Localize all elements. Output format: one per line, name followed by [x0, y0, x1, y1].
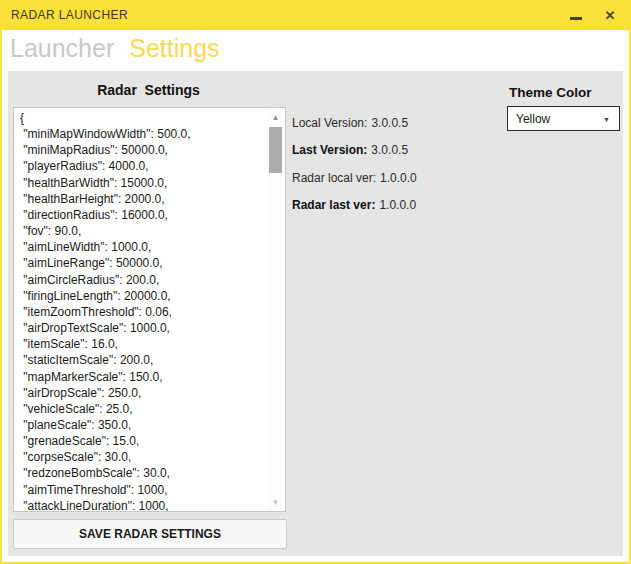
local-version-label: Local Version:	[292, 116, 371, 130]
titlebar[interactable]: RADAR LAUNCHER ✕	[0, 0, 631, 30]
close-button[interactable]: ✕	[593, 0, 627, 30]
radar-settings-heading: Radar Settings	[12, 82, 285, 98]
radar-last-version-label: Radar last ver:	[292, 198, 379, 212]
version-info: Local Version: 3.0.0.5 Last Version: 3.0…	[292, 109, 417, 219]
last-version-value: 3.0.0.5	[371, 143, 408, 157]
theme-color-selected-value: Yellow	[516, 112, 550, 126]
theme-color-label: Theme Color	[509, 85, 592, 100]
radar-last-version-row: Radar last ver: 1.0.0.0	[292, 192, 417, 220]
window-title: RADAR LAUNCHER	[11, 8, 128, 22]
radar-local-version-value: 1.0.0.0	[380, 171, 417, 185]
radar-launcher-window: RADAR LAUNCHER ✕ Launcher Settings Radar…	[0, 0, 631, 564]
minimize-button[interactable]	[559, 0, 593, 30]
last-version-row: Last Version: 3.0.0.5	[292, 137, 417, 165]
window-controls: ✕	[559, 0, 627, 30]
editor-scrollbar[interactable]: ▲ ▼	[267, 109, 284, 510]
last-version-label: Last Version:	[292, 143, 371, 157]
local-version-value: 3.0.0.5	[371, 116, 408, 130]
theme-color-dropdown[interactable]: Yellow ▼	[507, 106, 620, 131]
radar-settings-json-text[interactable]: { "miniMapWindowWidth": 500.0, "miniMapR…	[14, 108, 267, 511]
minimize-icon	[570, 17, 582, 20]
radar-local-version-row: Radar local ver: 1.0.0.0	[292, 164, 417, 192]
scroll-down-icon[interactable]: ▼	[267, 494, 284, 510]
scrollbar-thumb[interactable]	[269, 127, 282, 173]
save-radar-settings-button[interactable]: SAVE RADAR SETTINGS	[13, 519, 287, 549]
scroll-up-icon[interactable]: ▲	[267, 109, 284, 125]
tab-bar: Launcher Settings	[2, 30, 629, 71]
tab-launcher[interactable]: Launcher	[10, 30, 114, 66]
tab-settings[interactable]: Settings	[129, 30, 219, 66]
radar-last-version-value: 1.0.0.0	[379, 198, 416, 212]
radar-settings-editor[interactable]: { "miniMapWindowWidth": 500.0, "miniMapR…	[13, 107, 286, 512]
local-version-row: Local Version: 3.0.0.5	[292, 109, 417, 137]
radar-local-version-label: Radar local ver:	[292, 171, 380, 185]
close-icon: ✕	[605, 9, 616, 22]
dropdown-arrow-icon: ▼	[603, 115, 610, 122]
